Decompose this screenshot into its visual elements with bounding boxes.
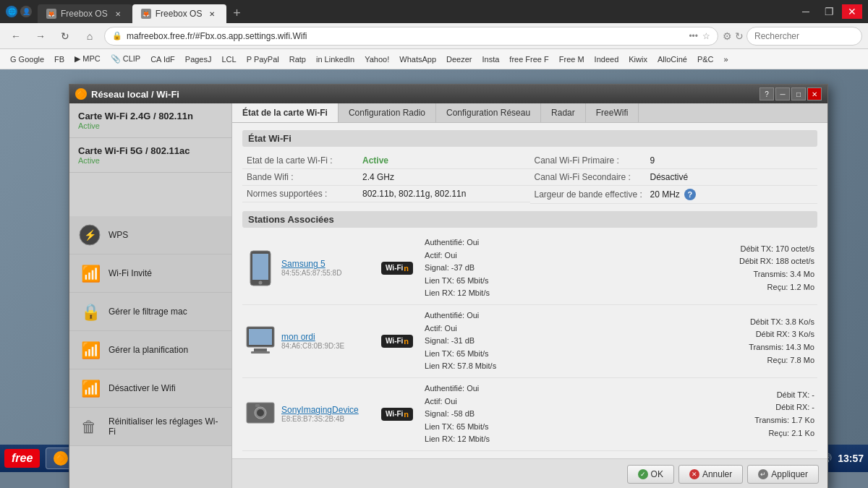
- canal-secondaire-row: Canal Wi-Fi Secondaire : Désactivé: [530, 169, 818, 186]
- address-bar[interactable]: 🔒 mafreebox.free.fr/#Fbx.os.app.settings…: [104, 27, 718, 46]
- mon-ordi-icon: [245, 322, 276, 360]
- bookmark-mpc[interactable]: ▶ MPC: [70, 53, 105, 65]
- station-samsung5: Samsung 5 84:55:A5:87:55:8D Wi-Fi n Auth…: [242, 232, 817, 305]
- tab-1-label: Freebox OS: [61, 9, 108, 19]
- mon-ordi-wifi-badge: Wi-Fi n: [381, 335, 413, 348]
- menu-planification[interactable]: 📶 Gérer la planification: [69, 331, 231, 369]
- address-menu-icon[interactable]: •••: [689, 31, 698, 41]
- sony-stats1: Authentifié: Oui Actif: Oui Signal: -58 …: [425, 382, 749, 446]
- lock-icon: 🔒: [112, 31, 122, 40]
- bookmark-lcl[interactable]: LCL: [218, 53, 241, 65]
- tab-1-favicon: 🦊: [46, 9, 56, 19]
- apply-button[interactable]: ↵ Appliquer: [747, 465, 819, 484]
- taskbar-free-button[interactable]: free: [4, 449, 40, 468]
- svg-rect-12: [254, 348, 267, 351]
- cancel-label: Annuler: [702, 469, 732, 479]
- menu-desactiver-wifi[interactable]: 📶 Désactiver le Wifi: [69, 369, 231, 408]
- forward-button[interactable]: →: [30, 26, 51, 46]
- bookmark-kiwix[interactable]: Kiwix: [624, 53, 652, 65]
- bookmarks-bar: G Google FB ▶ MPC 📎 CLIP CA IdF PagesJ L…: [0, 49, 868, 69]
- ratp-bm-label: Ratp: [289, 55, 306, 64]
- svg-point-16: [257, 409, 264, 416]
- dialog-minimize-button[interactable]: ─: [775, 87, 790, 100]
- bookmark-whatsapp[interactable]: WhatsApp: [395, 53, 441, 65]
- svg-text:🗑: 🗑: [81, 418, 97, 436]
- extensions-icon[interactable]: ⚙: [723, 30, 732, 42]
- bookmark-fb[interactable]: FB: [50, 53, 69, 65]
- pagesj-bm-label: PagesJ: [185, 55, 212, 64]
- menu-reinitialiser[interactable]: 🗑 Réinitialiser les réglages Wi-Fi: [69, 408, 231, 446]
- dialog-help-button[interactable]: ?: [760, 87, 774, 100]
- clip-bm-label: 📎 CLIP: [111, 54, 141, 64]
- tab-1[interactable]: 🦊 Freebox OS ✕: [38, 4, 132, 23]
- tab-2-close[interactable]: ✕: [206, 8, 218, 20]
- bookmark-clip[interactable]: 📎 CLIP: [106, 53, 145, 65]
- browser-icon: 🌐: [6, 6, 17, 17]
- bookmark-pagesj[interactable]: PagesJ: [181, 53, 216, 65]
- tab-etat[interactable]: État de la carte Wi-Fi: [232, 103, 339, 122]
- menu-wps[interactable]: ⚡ WPS: [69, 216, 231, 254]
- samsung5-icon: [245, 249, 276, 287]
- mon-ordi-name[interactable]: mon ordi: [281, 332, 375, 342]
- back-button[interactable]: ←: [6, 26, 26, 46]
- bookmark-linkedin[interactable]: in LinkedIn: [312, 53, 359, 65]
- menu-wifi-invite[interactable]: 📶 Wi-Fi Invité: [69, 254, 231, 293]
- bookmark-google[interactable]: G Google: [6, 53, 48, 65]
- ok-button[interactable]: ✓ OK: [627, 465, 674, 484]
- wifi-invite-icon: 📶: [78, 262, 101, 285]
- bookmark-deezer[interactable]: Deezer: [442, 53, 476, 65]
- wifi-24g-card[interactable]: Carte Wi-Fi 2.4G / 802.11n Active: [69, 103, 231, 138]
- home-button[interactable]: ⌂: [80, 26, 100, 46]
- bookmark-freem[interactable]: Free M: [555, 53, 589, 65]
- bookmark-pc[interactable]: P&C: [693, 53, 718, 65]
- largeur-bande-help-icon[interactable]: ?: [684, 189, 696, 200]
- tab-radar[interactable]: Radar: [541, 103, 586, 122]
- cancel-button[interactable]: ✕ Annuler: [678, 465, 743, 484]
- menu-filtrage-mac[interactable]: 🔒 Gérer le filtrage mac: [69, 293, 231, 331]
- etat-carte-value: Active: [362, 155, 388, 166]
- maximize-button[interactable]: ❐: [819, 4, 839, 19]
- close-window-button[interactable]: ✕: [842, 4, 862, 19]
- refresh-button[interactable]: ↻: [55, 26, 75, 46]
- wifi-5g-card[interactable]: Carte Wi-Fi 5G / 802.11ac Active: [69, 138, 231, 173]
- dialog-maximize-button[interactable]: □: [791, 87, 806, 100]
- search-input[interactable]: [746, 27, 862, 46]
- station-mon-ordi: mon ordi 84:A6:C8:0B:9D:3E Wi-Fi n Authe…: [242, 305, 817, 378]
- minimize-button[interactable]: ─: [796, 4, 816, 19]
- tab-2[interactable]: 🦊 Freebox OS ✕: [132, 4, 227, 23]
- dialog-close-button[interactable]: ✕: [807, 87, 822, 100]
- bookmarks-more[interactable]: »: [720, 53, 733, 65]
- dialog-body: Carte Wi-Fi 2.4G / 802.11n Active Carte …: [69, 103, 827, 488]
- browser-window: 🌐 👤 🦊 Freebox OS ✕ 🦊 Freebox OS ✕ + ─ ❐ …: [0, 0, 868, 69]
- tab-reseau[interactable]: Configuration Réseau: [436, 103, 541, 122]
- mon-ordi-stats1: Authentifié: Oui Actif: Oui Signal: -31 …: [425, 309, 743, 373]
- bookmark-indeed[interactable]: Indeed: [590, 53, 624, 65]
- more-bookmarks-icon: »: [724, 55, 728, 64]
- dialog-app-icon: 🔶: [75, 88, 87, 100]
- bookmark-icon[interactable]: ☆: [702, 31, 710, 41]
- tab-freewifi[interactable]: FreeWifi: [586, 103, 639, 122]
- allocine-bm-label: AlloCiné: [658, 55, 687, 64]
- largeur-bande-row: Largeur de bande effective : 20 MHz ?: [530, 186, 818, 204]
- sony-icon: [245, 395, 276, 433]
- desactiver-wifi-label: Désactiver le Wifi: [109, 383, 176, 393]
- bookmark-allocine[interactable]: AlloCiné: [653, 53, 692, 65]
- samsung5-name[interactable]: Samsung 5: [281, 259, 375, 269]
- bookmark-insta[interactable]: Insta: [478, 53, 504, 65]
- sync-icon[interactable]: ↻: [735, 30, 744, 42]
- wifi-dialog: 🔶 Réseau local / Wi-Fi ? ─ □ ✕ Carte Wi-…: [69, 84, 828, 488]
- planification-label: Gérer la planification: [109, 345, 188, 355]
- samsung5-mac: 84:55:A5:87:55:8D: [281, 269, 375, 277]
- bookmark-paypal[interactable]: P PayPal: [242, 53, 284, 65]
- bookmark-freef[interactable]: free Free F: [505, 53, 553, 65]
- dialog-titlebar: 🔶 Réseau local / Wi-Fi ? ─ □ ✕: [69, 85, 827, 103]
- bookmark-ratp[interactable]: Ratp: [285, 53, 310, 65]
- tab-radio[interactable]: Configuration Radio: [339, 103, 436, 122]
- bookmark-caidf[interactable]: CA IdF: [146, 53, 179, 65]
- tab-1-close[interactable]: ✕: [112, 8, 124, 20]
- samsung5-stats1: Authentifié: Oui Actif: Oui Signal: -37 …: [425, 236, 733, 300]
- sony-name[interactable]: SonyImagingDevice: [281, 405, 375, 415]
- sony-stats2: Débit TX: - Débit RX: - Transmis: 1.7 Ko…: [754, 389, 814, 440]
- bookmark-yahoo[interactable]: Yahoo!: [360, 53, 393, 65]
- new-tab-button[interactable]: +: [226, 3, 247, 23]
